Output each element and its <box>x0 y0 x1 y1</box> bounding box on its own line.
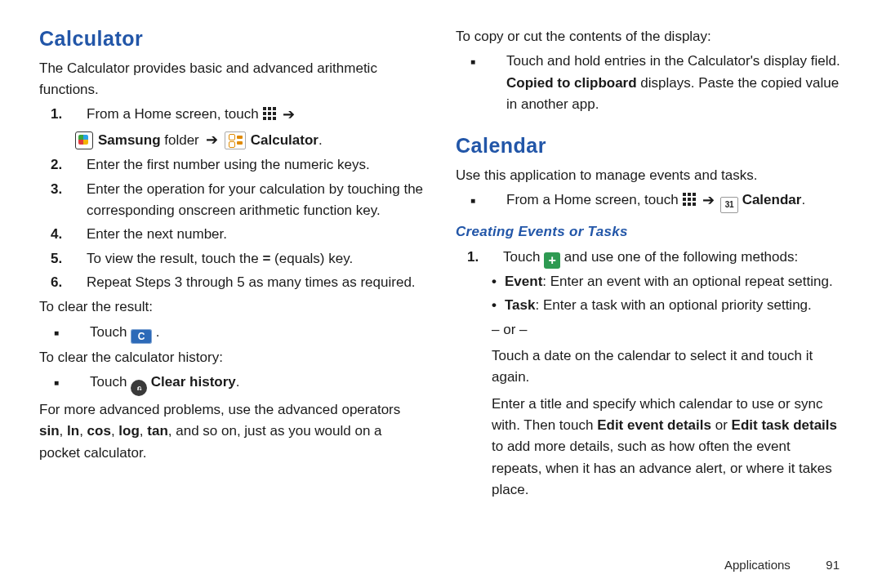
footer-section-label: Applications <box>724 558 791 572</box>
left-column: Calculator The Calculator provides basic… <box>39 23 426 551</box>
arrow-icon: ➔ <box>283 104 295 127</box>
samsung-folder-icon <box>75 131 93 149</box>
plus-icon: + <box>544 252 560 269</box>
clear-result-item: ■ Touch C . <box>39 322 426 344</box>
calendar-app-icon: 31 <box>720 197 738 213</box>
or-separator: – or – <box>492 319 843 341</box>
create-step-1: 1. Touch + and use one of the following … <box>456 247 843 269</box>
calendar-open-item: ■ From a Home screen, touch ➔ 31 Calenda… <box>456 189 843 213</box>
apps-grid-icon <box>262 106 277 121</box>
arrow-icon: ➔ <box>206 129 218 152</box>
calculator-app-icon <box>225 131 246 149</box>
page-footer: Applications 91 <box>39 551 843 572</box>
heading-calculator: Calculator <box>39 23 426 55</box>
copy-cut-intro: To copy or cut the contents of the displ… <box>456 26 843 47</box>
clear-history-item: ■ Touch ⎌ Clear history. <box>39 372 426 396</box>
c-key-icon: C <box>131 329 152 344</box>
enter-title-para: Enter a title and specify which calendar… <box>492 394 843 501</box>
clear-history-icon: ⎌ <box>131 380 147 396</box>
step-5: 5. To view the result, touch the = (equa… <box>39 248 426 270</box>
calculator-steps: 1. From a Home screen, touch ➔ Samsung f… <box>39 104 426 293</box>
heading-calendar: Calendar <box>456 130 843 162</box>
copy-cut-item: ■ Touch and hold entries in the Calculat… <box>456 51 843 115</box>
step-3: 3. Enter the operation for your calculat… <box>39 179 426 222</box>
right-column: To copy or cut the contents of the displ… <box>456 23 843 551</box>
step-1: 1. From a Home screen, touch ➔ <box>39 104 426 127</box>
advanced-operators-para: For more advanced problems, use the adva… <box>39 399 426 464</box>
two-column-layout: Calculator The Calculator provides basic… <box>39 23 843 551</box>
arrow-icon: ➔ <box>702 189 715 212</box>
step-6: 6. Repeat Steps 3 through 5 as many time… <box>39 272 426 293</box>
calculator-intro: The Calculator provides basic and advanc… <box>39 58 426 101</box>
page-number: 91 <box>807 558 840 572</box>
apps-grid-icon <box>682 192 697 207</box>
subheading-creating-events: Creating Events or Tasks <box>456 221 843 243</box>
manual-page: Calculator The Calculator provides basic… <box>0 0 882 588</box>
calendar-intro: Use this application to manage events an… <box>456 165 843 186</box>
step-2: 2. Enter the first number using the nume… <box>39 154 426 176</box>
step-1-line2: Samsung folder ➔ Calculator. <box>75 129 426 152</box>
step-4: 4. Enter the next number. <box>39 224 426 245</box>
clear-result-intro: To clear the result: <box>39 296 426 318</box>
task-bullet: • Task: Enter a task with an optional pr… <box>492 295 843 316</box>
clear-history-intro: To clear the calculator history: <box>39 347 426 368</box>
event-bullet: • Event: Enter an event with an optional… <box>492 271 843 292</box>
touch-date-para: Touch a date on the calendar to select i… <box>492 345 843 389</box>
